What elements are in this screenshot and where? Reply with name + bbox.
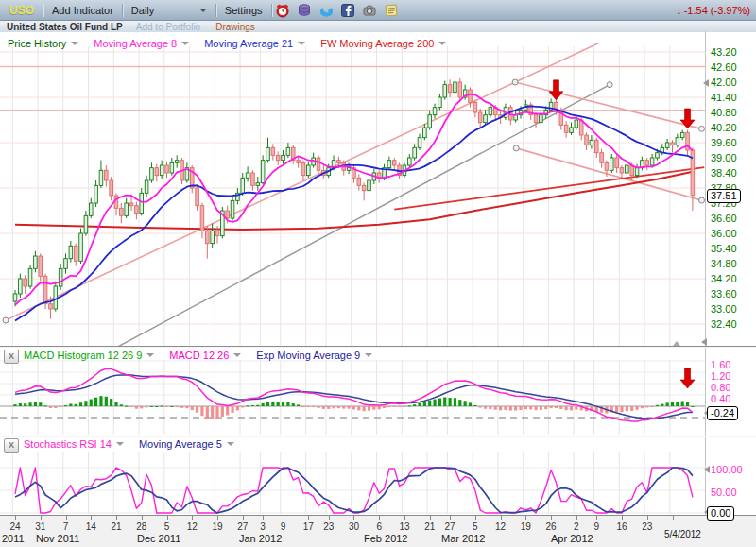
database-icon[interactable] (297, 2, 313, 18)
date-tick-label: 21 (419, 521, 441, 532)
last-price-callout: 37.51 (707, 189, 741, 203)
red-down-arrow (680, 368, 695, 388)
panel-separator-highlight (0, 436, 756, 437)
date-tick (284, 516, 284, 520)
date-tick-label: 23 (636, 521, 659, 532)
notes-icon[interactable] (384, 2, 400, 18)
legend-item[interactable]: Moving Average 8 (94, 38, 198, 49)
legend-label: FW Moving Average 200 (320, 38, 434, 49)
alarm-icon[interactable] (275, 2, 291, 18)
axis-tick-label: 39.60 (711, 137, 754, 148)
add-indicator-button[interactable]: Add Indicator (52, 5, 113, 16)
date-tick (525, 516, 526, 520)
chevron-down-icon (227, 442, 234, 450)
date-tick-label: 17 (297, 521, 319, 532)
axis-tick-label: 33.60 (711, 288, 754, 299)
settings-button[interactable]: Settings (225, 5, 263, 16)
date-tick (647, 516, 648, 520)
date-tick-label: 2 (565, 521, 588, 532)
toolbar: USO Add Indicator Daily Settings ↓ (0, 0, 756, 21)
timeframe-dropdown[interactable]: Daily (131, 5, 207, 16)
date-tick (263, 516, 264, 520)
chevron-down-icon (365, 353, 372, 361)
axis-tick-label: 0.80 (711, 382, 754, 393)
close-macd-button[interactable]: X (4, 350, 19, 364)
date-tick-label: 14 (79, 521, 102, 532)
toolbar-divider (271, 4, 272, 17)
twitter-icon[interactable] (318, 2, 335, 18)
legend-item[interactable]: Moving Average 5 (139, 438, 244, 450)
scroll-left-icon[interactable] (697, 338, 707, 346)
facebook-icon[interactable] (340, 2, 356, 18)
axis-tick-label: 41.40 (711, 92, 754, 103)
date-tick (192, 516, 193, 520)
date-tick (404, 516, 405, 520)
date-tick (596, 516, 597, 520)
axis-tick-label: 36.00 (711, 228, 754, 239)
date-tick (379, 516, 380, 520)
date-tick (576, 516, 577, 520)
axis-tick-label: 42.60 (711, 61, 754, 73)
legend-item[interactable]: FW Moving Average 200 (320, 38, 455, 49)
chevron-down-icon (71, 42, 78, 49)
chevron-down-icon (298, 42, 305, 49)
axis-tick-label: 0.40 (711, 393, 754, 404)
month-label: Mar 2012 (441, 533, 485, 544)
date-tick (308, 516, 309, 520)
date-tick (622, 516, 623, 520)
axis-tick-label: 38.40 (711, 167, 754, 179)
month-label: Apr 2012 (551, 533, 593, 544)
scroll-up-icon[interactable] (673, 337, 680, 346)
axis-marker-icon (700, 466, 710, 473)
axis-tick-label: 50.00 (711, 487, 754, 498)
date-tick-label: 19 (514, 521, 537, 532)
month-label: Jan 2012 (239, 533, 282, 544)
date-tick (551, 516, 552, 520)
chevron-down-icon (116, 442, 124, 450)
down-arrow-icon: ↓ (676, 3, 682, 17)
date-tick-label: 5 (464, 521, 487, 532)
axis-tick-label: 42.00 (711, 77, 754, 88)
legend-item[interactable]: Moving Average 21 (204, 38, 315, 49)
legend-item[interactable]: Price History (8, 38, 88, 49)
app-window: USO Add Indicator Daily Settings ↓ (0, 0, 756, 547)
date-tick-label: 27 (438, 521, 461, 532)
macd-chart[interactable] (0, 348, 756, 436)
add-to-portfolio-link[interactable]: Add to Portfolio (136, 22, 200, 32)
date-tick-label: 9 (585, 521, 608, 532)
date-tick (15, 516, 16, 520)
month-label: 2011 (2, 533, 25, 544)
date-axis: 5/4/2012 2431714212851219273917233061321… (0, 515, 756, 547)
date-tick (501, 516, 502, 520)
stoch-legend: Stochastics RSI 14Moving Average 5 (24, 438, 249, 450)
price-legend: Price HistoryMoving Average 8Moving Aver… (8, 38, 461, 49)
axis-tick-label: 100.00 (711, 464, 754, 475)
month-label: Dec 2011 (137, 533, 180, 544)
chevron-down-icon (146, 353, 154, 361)
date-tick (91, 516, 92, 520)
legend-label: Price History (8, 38, 66, 49)
date-tick (116, 516, 117, 520)
legend-item[interactable]: Stochastics RSI 14 (24, 438, 133, 450)
stoch-value-callout: 0.00 (707, 506, 734, 521)
price-chart[interactable] (0, 31, 756, 348)
axis-tick-label: 32.40 (711, 318, 754, 330)
date-tick (66, 516, 67, 520)
macd-value-callout: -0.24 (707, 406, 738, 420)
axis-tick-label: 1.60 (711, 359, 754, 370)
legend-label: Moving Average 21 (204, 38, 293, 49)
close-stoch-button[interactable]: X (4, 438, 19, 453)
camera-icon[interactable] (362, 2, 378, 18)
legend-item[interactable]: Exp Moving Average 9 (256, 350, 382, 361)
axis-tick-label: 35.40 (711, 243, 754, 254)
candles (13, 72, 694, 318)
date-tick (450, 516, 451, 520)
date-tick-label: 6 (368, 521, 390, 532)
date-tick (475, 516, 476, 520)
legend-item[interactable]: MACD Histogram 12 26 9 (24, 350, 163, 361)
chevron-down-icon (199, 9, 207, 16)
legend-label: Moving Average 5 (139, 438, 222, 450)
red-down-arrow (680, 109, 695, 128)
drawings-link[interactable]: Drawings (215, 22, 255, 32)
legend-item[interactable]: MACD 12 26 (169, 350, 250, 361)
